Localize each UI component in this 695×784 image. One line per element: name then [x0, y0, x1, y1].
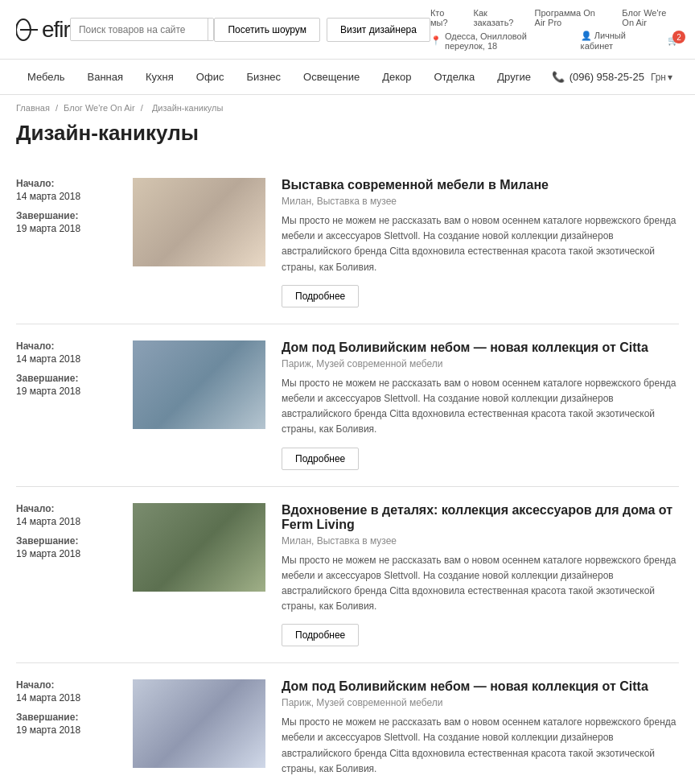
- event-item: Начало: 14 марта 2018 Завершание: 19 мар…: [16, 162, 679, 324]
- events-list: Начало: 14 марта 2018 Завершание: 19 мар…: [0, 162, 695, 784]
- event-title: Выставка современной мебели в Милане: [282, 178, 679, 192]
- address-line: 📍 Одесса, Онилловой переулок, 18: [430, 31, 565, 51]
- search-form: 🔍: [70, 18, 215, 41]
- logo[interactable]: efir: [16, 17, 70, 43]
- event-more-button[interactable]: Подробнее: [282, 448, 359, 470]
- event-content: Дом под Боливийским небом — новая коллек…: [282, 340, 679, 470]
- search-input[interactable]: [71, 19, 208, 40]
- breadcrumb-home[interactable]: Главная: [16, 103, 50, 113]
- chevron-down-icon: ▾: [668, 72, 672, 83]
- cart-button[interactable]: 🛒 2: [668, 35, 679, 46]
- event-end-date: 19 марта 2018: [16, 386, 133, 397]
- event-dates: Начало: 14 марта 2018 Завершание: 19 мар…: [16, 503, 133, 647]
- cabinet-link[interactable]: 👤 Личный кабинет: [581, 31, 652, 51]
- event-image: [133, 178, 265, 266]
- nav-item-kitchen[interactable]: Кухня: [134, 60, 185, 94]
- event-item: Начало: 14 марта 2018 Завершание: 19 мар…: [16, 663, 679, 784]
- event-content: Вдохновение в деталях: коллекция аксессу…: [282, 503, 679, 647]
- header: efir 🔍 Посетить шоурум Визит дизайнера К…: [0, 0, 695, 60]
- event-title: Вдохновение в деталях: коллекция аксессу…: [282, 503, 679, 532]
- breadcrumb-blog[interactable]: Блог We're On Air: [64, 103, 135, 113]
- nav-item-furniture[interactable]: Мебель: [16, 60, 76, 94]
- blog-link[interactable]: Блог We're On Air: [622, 8, 679, 27]
- breadcrumb: Главная / Блог We're On Air / Дизайн-кан…: [0, 95, 695, 121]
- event-location: Милан, Выставка в музее: [282, 196, 679, 207]
- event-description: Мы просто не можем не рассказать вам о н…: [282, 553, 679, 615]
- event-image: [133, 679, 265, 768]
- event-item: Начало: 14 марта 2018 Завершание: 19 мар…: [16, 487, 679, 664]
- order-link[interactable]: Как заказать?: [473, 8, 518, 27]
- header-bottom-row: 📍 Одесса, Онилловой переулок, 18 👤 Личны…: [430, 31, 679, 51]
- event-start-date: 14 марта 2018: [16, 692, 133, 704]
- event-end-date: 19 марта 2018: [16, 223, 133, 234]
- event-title: Дом под Боливийским небом — новая коллек…: [282, 340, 679, 355]
- event-end-date: 19 марта 2018: [16, 724, 133, 736]
- event-location: Милан, Выставка в музее: [282, 535, 679, 547]
- event-content: Дом под Боливийским небом — новая коллек…: [282, 679, 679, 784]
- page-title: Дизайн-каникулы: [0, 121, 695, 162]
- header-cta-buttons: Посетить шоурум Визит дизайнера: [214, 18, 430, 42]
- showroom-button[interactable]: Посетить шоурум: [214, 18, 320, 42]
- search-button[interactable]: 🔍: [208, 19, 215, 40]
- event-description: Мы просто не можем не рассказать вам о н…: [282, 715, 679, 777]
- event-image: [133, 340, 265, 429]
- nav-item-finishing[interactable]: Отделка: [422, 60, 486, 94]
- nav-item-bathroom[interactable]: Ванная: [76, 60, 135, 94]
- event-end-date: 19 марта 2018: [16, 548, 133, 559]
- phone-number: (096) 958-25-25: [570, 71, 644, 83]
- event-more-button[interactable]: Подробнее: [282, 285, 359, 307]
- user-icon: 👤: [581, 31, 592, 40]
- event-dates: Начало: 14 марта 2018 Завершание: 19 мар…: [16, 679, 133, 784]
- event-description: Мы просто не можем не рассказать вам о н…: [282, 376, 679, 438]
- lang-selector[interactable]: Грн ▾: [644, 72, 679, 83]
- breadcrumb-current: Дизайн-каникулы: [152, 103, 224, 113]
- event-more-button[interactable]: Подробнее: [282, 624, 359, 646]
- event-title: Дом под Боливийским небом — новая коллек…: [282, 679, 679, 694]
- cart-badge: 2: [672, 31, 685, 43]
- event-start-date: 14 марта 2018: [16, 516, 133, 527]
- nav-phone: 📞 (096) 958-25-25: [552, 71, 644, 83]
- nav-item-business[interactable]: Бизнес: [235, 60, 292, 94]
- phone-icon: 📞: [552, 71, 565, 83]
- event-item: Начало: 14 марта 2018 Завершание: 19 мар…: [16, 324, 679, 487]
- nav-item-lighting[interactable]: Освещение: [292, 60, 371, 94]
- address-text: Одесса, Онилловой переулок, 18: [445, 31, 565, 51]
- header-right: Кто мы? Как заказать? Программа On Air P…: [430, 8, 679, 51]
- event-start-date: 14 марта 2018: [16, 191, 133, 202]
- nav-item-decor[interactable]: Декор: [371, 60, 422, 94]
- event-dates: Начало: 14 марта 2018 Завершание: 19 мар…: [16, 178, 133, 307]
- event-location: Париж, Музей современной мебели: [282, 697, 679, 708]
- event-location: Париж, Музей современной мебели: [282, 358, 679, 369]
- nav-item-office[interactable]: Офис: [185, 60, 236, 94]
- event-content: Выставка современной мебели в Милане Мил…: [282, 178, 679, 307]
- nav-links: Мебель Ванная Кухня Офис Бизнес Освещени…: [16, 60, 542, 94]
- nav-item-other[interactable]: Другие: [486, 60, 542, 94]
- designer-button[interactable]: Визит дизайнера: [327, 18, 430, 42]
- event-start-date: 14 марта 2018: [16, 353, 133, 365]
- who-link[interactable]: Кто мы?: [430, 8, 458, 27]
- event-dates: Начало: 14 марта 2018 Завершание: 19 мар…: [16, 340, 133, 470]
- main-nav: Мебель Ванная Кухня Офис Бизнес Освещени…: [0, 60, 695, 95]
- program-link[interactable]: Программа On Air Pro: [535, 8, 607, 27]
- header-top-links: Кто мы? Как заказать? Программа On Air P…: [430, 8, 679, 27]
- event-image: [133, 503, 265, 592]
- event-description: Мы просто не можем не рассказать вам о н…: [282, 213, 679, 275]
- location-icon: 📍: [430, 35, 442, 46]
